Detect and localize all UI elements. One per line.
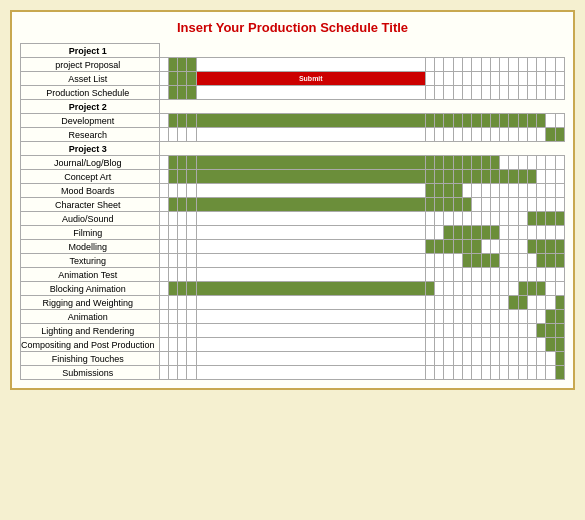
schedule-cell [527, 268, 536, 282]
schedule-cell [518, 268, 527, 282]
schedule-cell [187, 198, 196, 212]
schedule-cell [453, 198, 462, 212]
schedule-cell [168, 296, 177, 310]
schedule-cell [453, 366, 462, 380]
schedule-cell [444, 352, 453, 366]
schedule-cell [472, 366, 481, 380]
schedule-cell [187, 72, 196, 86]
table-row: Project 1 [21, 44, 565, 58]
schedule-cell [500, 310, 509, 324]
schedule-cell [546, 310, 555, 324]
schedule-cell [425, 240, 434, 254]
schedule-cell [196, 282, 425, 296]
schedule-cell [500, 366, 509, 380]
schedule-cell [187, 338, 196, 352]
schedule-cell [546, 128, 555, 142]
schedule-cell [490, 282, 499, 296]
schedule-cell [462, 198, 471, 212]
schedule-cell [509, 128, 518, 142]
schedule-cell [168, 212, 177, 226]
schedule-cell [187, 86, 196, 100]
schedule-cell [444, 72, 453, 86]
table-row: Mood Boards [21, 184, 565, 198]
schedule-cell [527, 156, 536, 170]
schedule-cell [435, 170, 444, 184]
schedule-cell [462, 268, 471, 282]
table-row: project Proposal [21, 58, 565, 72]
project-header: Project 3 [21, 142, 160, 156]
schedule-cell [187, 114, 196, 128]
schedule-cell [537, 282, 546, 296]
schedule-cell [196, 156, 425, 170]
schedule-cell [159, 352, 168, 366]
schedule-cell [178, 198, 187, 212]
schedule-cell [159, 128, 168, 142]
schedule-cell [178, 226, 187, 240]
schedule-cell [425, 366, 434, 380]
schedule-cell [490, 128, 499, 142]
schedule-cell [178, 296, 187, 310]
schedule-cell [527, 240, 536, 254]
schedule-cell [481, 114, 490, 128]
schedule-cell [509, 226, 518, 240]
schedule-cell [187, 282, 196, 296]
schedule-cell [453, 72, 462, 86]
schedule-cell [444, 338, 453, 352]
schedule-cell [537, 310, 546, 324]
schedule-cell [159, 114, 168, 128]
schedule-cell [546, 58, 555, 72]
schedule-cell [490, 72, 499, 86]
schedule-cell [472, 240, 481, 254]
schedule-cell [168, 58, 177, 72]
schedule-cell [472, 226, 481, 240]
schedule-cell [444, 324, 453, 338]
schedule-cell [481, 128, 490, 142]
schedule-cell [472, 338, 481, 352]
schedule-cell [159, 184, 168, 198]
schedule-cell [187, 226, 196, 240]
schedule-cell [159, 58, 168, 72]
table-row: Audio/Sound [21, 212, 565, 226]
schedule-cell [527, 226, 536, 240]
schedule-cell [490, 212, 499, 226]
schedule-cell [481, 198, 490, 212]
schedule-cell [472, 114, 481, 128]
schedule-cell [537, 86, 546, 100]
table-row: Journal/Log/Blog [21, 156, 565, 170]
schedule-cell [178, 184, 187, 198]
schedule-cell [537, 240, 546, 254]
row-label: Animation [21, 310, 160, 324]
schedule-cell [444, 156, 453, 170]
schedule-cell [425, 72, 434, 86]
schedule-cell [500, 128, 509, 142]
schedule-cell [527, 212, 536, 226]
schedule-cell [518, 58, 527, 72]
schedule-cell [453, 128, 462, 142]
schedule-cell [509, 212, 518, 226]
schedule-cell [481, 310, 490, 324]
schedule-cell [537, 212, 546, 226]
schedule-cell [518, 86, 527, 100]
schedule-cell [462, 324, 471, 338]
schedule-cell [196, 352, 425, 366]
row-label: Animation Test [21, 268, 160, 282]
schedule-cell [168, 352, 177, 366]
schedule-cell [518, 114, 527, 128]
schedule-cell [462, 184, 471, 198]
row-label: Journal/Log/Blog [21, 156, 160, 170]
schedule-cell [168, 86, 177, 100]
row-label: Finishing Touches [21, 352, 160, 366]
schedule-cell [187, 170, 196, 184]
schedule-cell [537, 338, 546, 352]
schedule-cell [481, 240, 490, 254]
schedule-cell [435, 226, 444, 240]
table-row: Asset ListSubmit [21, 72, 565, 86]
schedule-cell [453, 282, 462, 296]
schedule-cell [537, 184, 546, 198]
schedule-cell [546, 366, 555, 380]
schedule-cell [472, 212, 481, 226]
schedule-cell [527, 128, 536, 142]
schedule-cell [481, 324, 490, 338]
schedule-cell [159, 282, 168, 296]
schedule-cell [196, 184, 425, 198]
